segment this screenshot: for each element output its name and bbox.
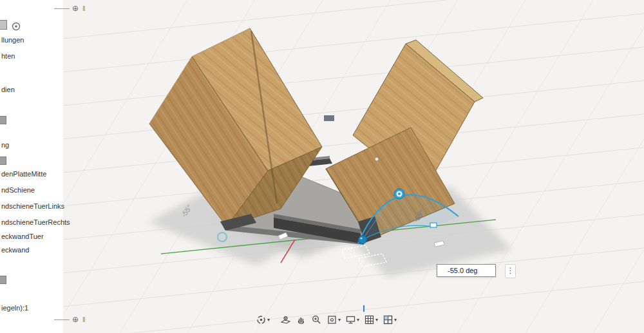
display-settings-icon bbox=[345, 314, 356, 325]
zoom-button[interactable] bbox=[310, 314, 323, 326]
grip-handle-icon[interactable]: ‖ bbox=[82, 316, 86, 323]
tree-item[interactable]: dien bbox=[1, 86, 15, 94]
expand-icon[interactable]: ⊕ bbox=[72, 316, 79, 323]
text-cursor bbox=[363, 305, 365, 312]
small-badge bbox=[324, 115, 334, 121]
circle-dot-icon[interactable] bbox=[10, 21, 32, 32]
zoom-icon bbox=[311, 314, 322, 325]
browser-panel[interactable]: llungen hten dien ng denPlatteMitte ndSc… bbox=[0, 0, 63, 333]
grip-line bbox=[54, 8, 70, 9]
orbit-button[interactable]: ▾ bbox=[255, 314, 270, 326]
tree-item[interactable]: llungen bbox=[1, 36, 24, 44]
look-at-icon bbox=[280, 314, 291, 325]
tree-item[interactable]: eckwand bbox=[1, 246, 29, 254]
tree-item[interactable]: iegeln):1 bbox=[1, 304, 28, 312]
ground-grid bbox=[0, 0, 644, 333]
tree-item[interactable]: ndschieneTuerRechts bbox=[1, 218, 70, 227]
snap-handle[interactable] bbox=[430, 223, 437, 227]
navigation-toolbar: ▾ bbox=[255, 314, 397, 326]
panel-toggle-top[interactable]: ⊕ ‖ bbox=[54, 5, 86, 12]
tree-item[interactable]: ng bbox=[1, 141, 9, 149]
grip-handle-icon[interactable]: ‖ bbox=[82, 5, 86, 12]
rotate-handle-dot bbox=[398, 193, 401, 195]
tree-item[interactable]: ndschieneTuerLinks bbox=[1, 202, 64, 211]
tree-item[interactable]: denPlatteMitte bbox=[1, 170, 46, 178]
panel-toggle-bottom[interactable]: ⊕ ‖ bbox=[54, 316, 86, 323]
pivot-ball[interactable] bbox=[359, 236, 367, 244]
flyout-caret-icon[interactable]: ▾ bbox=[394, 318, 397, 323]
look-at-button[interactable] bbox=[279, 314, 292, 326]
flyout-caret-icon[interactable]: ▾ bbox=[375, 318, 378, 323]
grid-icon bbox=[364, 314, 375, 325]
viewport-canvas[interactable]: -55° -55° bbox=[0, 0, 644, 333]
grip-line bbox=[54, 319, 70, 320]
expand-icon[interactable]: ⊕ bbox=[72, 5, 79, 12]
browser-icon[interactable] bbox=[0, 157, 6, 165]
flyout-caret-icon[interactable]: ▾ bbox=[338, 318, 341, 323]
pan-hand-icon bbox=[296, 314, 307, 325]
viewports-button[interactable]: ▾ bbox=[382, 314, 397, 326]
browser-icon[interactable] bbox=[0, 116, 6, 124]
orbit-icon bbox=[256, 314, 267, 325]
fit-icon bbox=[327, 314, 337, 325]
angle-dimension-input[interactable] bbox=[437, 264, 496, 277]
fusion360-window: -55° -55° llungen hten dien ng denPlatte… bbox=[0, 0, 644, 333]
flyout-caret-icon[interactable]: ▾ bbox=[267, 318, 270, 323]
tree-item[interactable]: hten bbox=[1, 52, 15, 61]
browser-icon[interactable] bbox=[0, 20, 7, 30]
display-settings-button[interactable]: ▾ bbox=[345, 314, 360, 326]
tree-item[interactable]: ndSchiene bbox=[1, 186, 35, 195]
browser-icon[interactable] bbox=[0, 276, 6, 284]
tree-item[interactable]: eckwandTuer bbox=[1, 233, 44, 241]
pan-button[interactable] bbox=[295, 314, 307, 326]
flyout-caret-icon[interactable]: ▾ bbox=[357, 318, 359, 323]
pivot-highlight bbox=[360, 237, 362, 239]
dimension-options-button[interactable]: ⋮ bbox=[505, 264, 516, 278]
selection-point[interactable] bbox=[375, 158, 379, 161]
viewports-icon bbox=[383, 314, 393, 325]
fit-button[interactable]: ▾ bbox=[326, 314, 341, 326]
grid-and-snaps-button[interactable]: ▾ bbox=[363, 314, 379, 326]
